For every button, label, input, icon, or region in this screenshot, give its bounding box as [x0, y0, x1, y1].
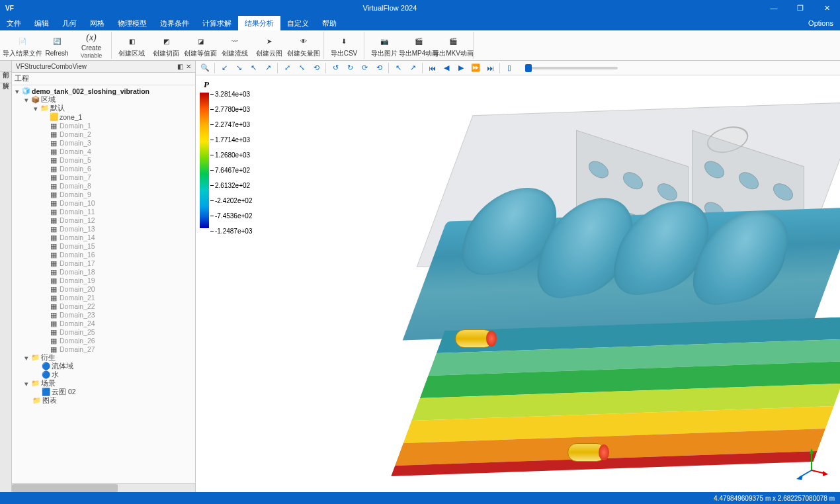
ribbon-image-icon[interactable]: 📷导出图片: [367, 32, 401, 59]
ribbon-iso-icon[interactable]: ◪创建等值面: [183, 32, 218, 59]
menu-item[interactable]: 自定义: [280, 16, 315, 30]
playback-first[interactable]: ⏮: [425, 62, 439, 74]
tree-scene-item[interactable]: 🟦云图 02: [12, 388, 195, 396]
tree-domain[interactable]: ▦Domain_25: [12, 327, 195, 336]
axis-view-icon[interactable]: ⟲: [310, 62, 323, 74]
axis-view-icon[interactable]: ↗: [261, 62, 274, 74]
tree-chart[interactable]: 📁 图表: [12, 396, 195, 405]
expand-icon[interactable]: ▾: [22, 354, 30, 362]
axis-view-icon[interactable]: ⤢: [280, 62, 294, 74]
menu-item[interactable]: 计算求解: [196, 16, 238, 30]
undock-icon[interactable]: ◧: [177, 63, 183, 70]
render-canvas[interactable]: P 3.2814e+032.7780e+032.2747e+031.7714e+…: [196, 75, 840, 492]
tree-default[interactable]: ▾ 📁 默认: [12, 104, 195, 112]
project-tree[interactable]: ▾ 🧊 demo_tank_002_sloshing_vibration ▾ 📦…: [12, 85, 195, 483]
tree-h-scrollbar[interactable]: [12, 483, 195, 492]
menu-item[interactable]: 网格: [83, 16, 111, 30]
tree-domain[interactable]: ▦Domain_2: [12, 130, 195, 138]
playback-last[interactable]: ⏭: [483, 62, 497, 74]
tree-domain[interactable]: ▦Domain_4: [12, 147, 195, 155]
zoom-fit-icon[interactable]: 🔍: [198, 62, 212, 74]
rotate-icon[interactable]: ⟳: [358, 62, 371, 74]
ribbon-variable-icon[interactable]: (x)CreateVariable: [74, 32, 108, 59]
tree-domain[interactable]: ▦Domain_7: [12, 173, 195, 181]
tree-derived[interactable]: ▾ 📁 衍生: [12, 353, 195, 362]
tree-domain[interactable]: ▦Domain_24: [12, 319, 195, 327]
ribbon-contour-icon[interactable]: ➤创建云图: [252, 32, 286, 59]
tree-derived-item[interactable]: 🔵流体域: [12, 362, 195, 370]
tree-domain[interactable]: ▦Domain_17: [12, 259, 195, 267]
side-tab[interactable]: 前部: [0, 61, 11, 72]
domain-icon: ▦: [49, 130, 58, 138]
menu-item[interactable]: 帮助: [315, 16, 343, 30]
ribbon-slice-icon[interactable]: ◩创建切面: [149, 32, 183, 59]
axis-view-icon[interactable]: ⤡: [295, 62, 308, 74]
tree-scene[interactable]: ▾ 📁 场景: [12, 379, 195, 388]
ribbon-mp4-icon[interactable]: 🎬导出MP4动画: [401, 32, 436, 59]
ribbon-vector-icon[interactable]: 👁创建矢量图: [286, 32, 321, 59]
tree-domain[interactable]: ▦Domain_5: [12, 155, 195, 164]
tree-domain[interactable]: ▦Domain_26: [12, 336, 195, 345]
tree-domain[interactable]: ▦Domain_8: [12, 181, 195, 190]
menu-item[interactable]: 编辑: [28, 16, 56, 30]
tree-domain[interactable]: ▦Domain_19: [12, 276, 195, 284]
tree-domain[interactable]: ▦Domain_6: [12, 164, 195, 173]
axis-view-icon[interactable]: ↖: [247, 62, 260, 74]
tree-domain[interactable]: ▦Domain_23: [12, 310, 195, 319]
contour-icon: ➤: [262, 34, 276, 49]
menu-item[interactable]: 物理模型: [111, 16, 153, 30]
tree-project[interactable]: ▾ 🧊 demo_tank_002_sloshing_vibration: [12, 87, 195, 95]
menu-item[interactable]: 几何: [56, 16, 83, 30]
tree-derived-item[interactable]: 🔵水: [12, 370, 195, 379]
rotate-icon[interactable]: ↻: [343, 62, 357, 74]
ribbon-import-icon[interactable]: 📄导入结果文件: [5, 32, 40, 59]
axis-view-icon[interactable]: ↙: [218, 62, 231, 74]
select-icon[interactable]: ↗: [406, 62, 419, 74]
expand-icon[interactable]: ▾: [32, 105, 40, 112]
tree-domain[interactable]: ▦Domain_22: [12, 302, 195, 310]
tree-domain[interactable]: ▦Domain_13: [12, 224, 195, 233]
menu-item[interactable]: 文件: [0, 16, 28, 30]
ribbon-streamline-icon[interactable]: 〰创建流线: [218, 32, 252, 59]
tree-domain[interactable]: ▦Domain_1: [12, 121, 195, 130]
tree-domain[interactable]: ▦Domain_9: [12, 190, 195, 198]
tree-domain[interactable]: ▦Domain_20: [12, 284, 195, 293]
menu-item[interactable]: 结果分析: [238, 16, 280, 30]
playback-next[interactable]: ⏩: [469, 62, 482, 74]
tree-domain[interactable]: ▦Domain_16: [12, 250, 195, 259]
tree-domain[interactable]: ▦Domain_27: [12, 345, 195, 353]
playback-prev[interactable]: ◀: [440, 62, 453, 74]
expand-icon[interactable]: ▾: [22, 380, 30, 388]
close-button[interactable]: ✕: [814, 0, 840, 16]
tree-domain[interactable]: ▦Domain_10: [12, 198, 195, 207]
axis-view-icon[interactable]: ↘: [232, 62, 245, 74]
ribbon-mkv-icon[interactable]: 🎬导出MKV动画: [436, 32, 470, 59]
tree-domain[interactable]: ▦Domain_14: [12, 233, 195, 241]
tree-domain[interactable]: ▦Domain_15: [12, 241, 195, 250]
tree-zone[interactable]: 🟨 zone_1: [12, 112, 195, 121]
tree-domain[interactable]: ▦Domain_11: [12, 207, 195, 216]
expand-icon[interactable]: ▾: [13, 87, 21, 95]
expand-icon[interactable]: ▾: [22, 96, 30, 104]
rotate-icon[interactable]: ⟲: [372, 62, 386, 74]
side-tab[interactable]: 解决: [0, 72, 11, 83]
select-icon[interactable]: ↖: [392, 62, 405, 74]
ribbon-refresh-icon[interactable]: 🔄Refresh: [40, 32, 74, 59]
ribbon-csv-icon[interactable]: ⬇导出CSV: [327, 32, 361, 59]
timeline-slider[interactable]: [525, 67, 618, 69]
playback-play[interactable]: ▶: [454, 62, 468, 74]
tree-domain[interactable]: ▦Domain_3: [12, 138, 195, 147]
tree-domain[interactable]: ▦Domain_12: [12, 216, 195, 224]
rotate-icon[interactable]: ↺: [329, 62, 342, 74]
domain-icon: ▦: [49, 345, 58, 353]
menu-options[interactable]: Options: [802, 16, 840, 30]
maximize-button[interactable]: ❐: [787, 0, 814, 16]
tree-region[interactable]: ▾ 📦 区域: [12, 95, 195, 104]
tree-domain[interactable]: ▦Domain_21: [12, 293, 195, 302]
ribbon-region-icon[interactable]: ◧创建区域: [114, 32, 149, 59]
minimize-button[interactable]: —: [761, 0, 787, 16]
domain-icon: ▦: [49, 302, 58, 310]
close-panel-icon[interactable]: ✕: [186, 63, 191, 70]
menu-item[interactable]: 边界条件: [153, 16, 196, 30]
tree-domain[interactable]: ▦Domain_18: [12, 267, 195, 276]
